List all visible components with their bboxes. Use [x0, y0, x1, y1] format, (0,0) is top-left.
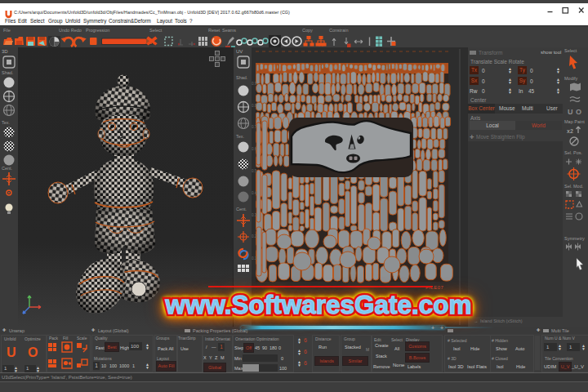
svg-text:Cent.: Cent. — [236, 207, 247, 212]
svg-text:0.4: 0.4 — [252, 191, 257, 195]
svg-text:Tex.: Tex. — [236, 134, 245, 139]
svg-text:Shad.: Shad. — [236, 75, 248, 80]
svg-text:0.8: 0.8 — [252, 104, 257, 108]
svg-text:Symmetry: Symmetry — [564, 236, 585, 241]
svg-text:0.3: 0.3 — [252, 213, 257, 217]
svg-text:0.5: 0.5 — [252, 169, 257, 173]
svg-text:UV: UV — [236, 49, 243, 54]
svg-text:Sel. Pos.: Sel. Pos. — [564, 150, 582, 155]
svg-text:Sel. Mod.: Sel. Mod. — [564, 184, 584, 189]
svg-text:0.7: 0.7 — [252, 125, 257, 129]
svg-text:0.1: 0.1 — [252, 256, 257, 261]
svg-text:0.9: 0.9 — [252, 82, 257, 86]
svg-text:O: O — [576, 108, 581, 116]
svg-text:Modify: Modify — [564, 76, 577, 81]
svg-text:Cent.: Cent. — [2, 166, 13, 171]
svg-text:U: U — [568, 108, 573, 116]
svg-text:Shad.: Shad. — [2, 70, 14, 75]
svg-text:Map Paint: Map Paint — [564, 119, 585, 124]
svg-text:x2: x2 — [567, 128, 573, 134]
svg-text:3D: 3D — [2, 49, 8, 54]
svg-text:0.2: 0.2 — [252, 234, 257, 238]
svg-text:Select: Select — [564, 48, 577, 53]
svg-text:Tex.: Tex. — [2, 120, 11, 125]
svg-text:0.6: 0.6 — [252, 147, 257, 151]
